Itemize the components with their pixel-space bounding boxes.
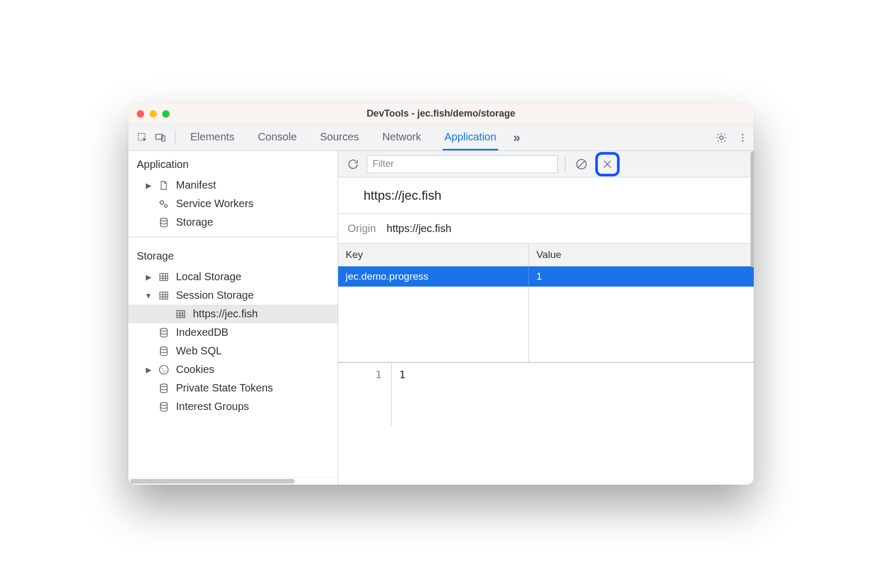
database-icon [157,217,171,228]
tab-application[interactable]: Application [443,124,499,150]
svg-point-17 [164,370,165,371]
maximize-window-button[interactable] [162,110,170,118]
tab-sources[interactable]: Sources [318,124,361,150]
caret-right-icon: ▶ [145,181,152,190]
sidebar-item-local-storage[interactable]: ▶ Local Storage [128,268,338,286]
svg-point-7 [160,201,163,204]
storage-table: Key Value jec.demo.progress 1 [338,244,754,362]
titlebar: DevTools - jec.fish/demo/storage [128,103,754,124]
sidebar-item-websql[interactable]: Web SQL [128,342,338,360]
cookie-icon [157,364,171,376]
sidebar-item-label: Interest Groups [176,400,249,413]
sidebar-item-storage-overview[interactable]: Storage [128,213,338,231]
database-icon [157,345,171,357]
svg-point-4 [742,133,744,135]
inspect-element-icon[interactable] [137,132,148,144]
column-header-key[interactable]: Key [338,244,529,266]
svg-point-9 [161,218,167,221]
sidebar-item-manifest[interactable]: ▶ Manifest [128,176,338,194]
table-icon [174,308,188,320]
sidebar-item-label: Private State Tokens [176,382,273,394]
table-icon [157,290,171,301]
svg-point-5 [742,137,744,138]
devtools-window: DevTools - jec.fish/demo/storage Element… [128,103,754,485]
tab-console[interactable]: Console [255,124,298,150]
table-empty-area[interactable] [338,287,754,362]
preview-line-number: 1 [338,363,391,426]
table-icon [157,271,171,283]
caret-right-icon: ▶ [145,366,152,374]
settings-icon[interactable] [716,132,727,144]
column-header-value[interactable]: Value [529,244,754,266]
sidebar-divider [128,237,338,237]
svg-rect-10 [160,273,168,280]
preview-content: 1 [391,363,754,426]
sidebar-item-label: IndexedDB [176,326,228,338]
sidebar-item-label: Local Storage [176,271,241,283]
sidebar-item-session-storage[interactable]: ▼ Session Storage [128,286,338,305]
svg-point-19 [161,384,167,387]
refresh-icon[interactable] [345,156,361,173]
tab-network[interactable]: Network [380,124,423,150]
table-row[interactable]: jec.demo.progress 1 [338,266,754,287]
origin-value: https://jec.fish [386,222,451,235]
svg-point-20 [161,402,167,405]
sidebar-item-indexeddb[interactable]: IndexedDB [128,323,338,342]
caret-down-icon: ▼ [145,291,152,300]
filter-input[interactable] [367,155,558,173]
svg-rect-12 [177,310,185,317]
main-toolbar: Elements Console Sources Network Applica… [128,124,754,151]
svg-point-15 [160,365,169,374]
panel-body: Application ▶ Manifest Service Workers S… [128,151,754,485]
toolbar-separator [175,130,175,145]
window-title: DevTools - jec.fish/demo/storage [128,108,754,119]
sidebar-item-label: https://jec.fish [193,308,258,320]
svg-point-18 [163,371,164,372]
vertical-scrollbar[interactable] [752,151,754,485]
table-header: Key Value [338,244,754,266]
svg-point-8 [164,204,167,207]
device-toggle-icon[interactable] [155,132,166,144]
sidebar-item-label: Session Storage [176,289,254,301]
sidebar-section-storage: Storage [128,243,338,268]
storage-panel: https://jec.fish Origin https://jec.fish… [338,151,754,485]
origin-row: Origin https://jec.fish [338,214,754,244]
svg-point-14 [161,346,167,350]
panel-tabs: Elements Console Sources Network Applica… [188,124,498,150]
database-icon [157,327,171,338]
close-window-button[interactable] [137,110,144,118]
value-preview: 1 1 [338,362,754,426]
svg-point-3 [720,136,723,139]
sidebar-item-cookies[interactable]: ▶ Cookies [128,360,338,379]
tab-elements[interactable]: Elements [188,124,236,150]
toolbar-separator [565,156,566,172]
sidebar-item-label: Manifest [176,179,216,191]
origin-title: https://jec.fish [338,177,754,214]
database-icon [157,382,171,394]
sidebar-horizontal-scrollbar[interactable] [128,477,338,485]
sidebar-item-label: Storage [176,216,213,228]
sidebar-section-application: Application [128,151,338,176]
clear-all-icon[interactable] [573,156,590,173]
origin-label: Origin [348,222,376,235]
filter-toolbar [338,151,754,177]
delete-selected-highlight [595,152,620,176]
svg-point-6 [742,140,744,141]
kebab-menu-icon[interactable] [737,132,748,144]
application-sidebar: Application ▶ Manifest Service Workers S… [128,151,338,485]
svg-rect-2 [162,136,165,141]
table-body: jec.demo.progress 1 [338,266,754,362]
sidebar-item-private-state-tokens[interactable]: Private State Tokens [128,379,338,397]
svg-rect-11 [160,292,168,299]
sidebar-item-session-storage-origin[interactable]: https://jec.fish [128,305,338,323]
more-tabs-icon[interactable]: » [513,124,520,150]
gears-icon [157,198,171,210]
sidebar-item-service-workers[interactable]: Service Workers [128,194,338,213]
file-icon [157,180,171,191]
delete-selected-icon[interactable] [599,156,616,173]
sidebar-item-label: Cookies [176,363,214,376]
sidebar-item-interest-groups[interactable]: Interest Groups [128,397,338,416]
minimize-window-button[interactable] [149,110,157,118]
database-icon [157,401,171,413]
cell-value: 1 [529,266,754,287]
